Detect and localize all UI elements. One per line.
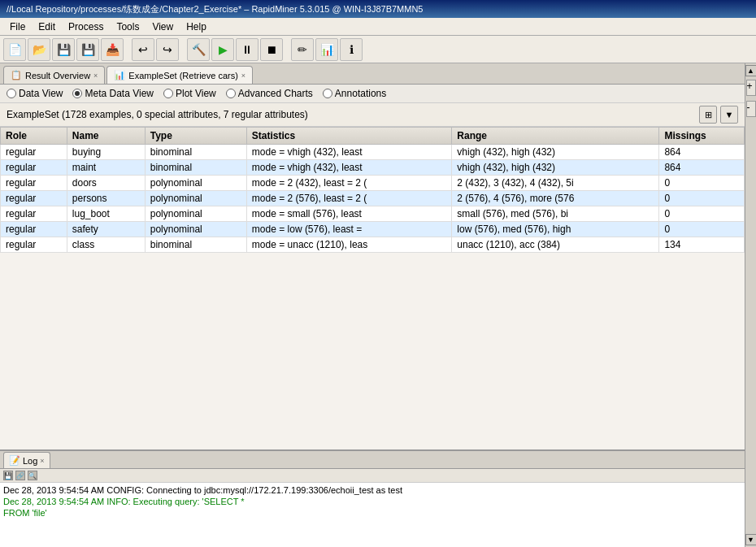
plot-view-radio[interactable] [163, 89, 173, 98]
log-entry: Dec 28, 2013 9:54:54 AM CONFIG: Connecti… [3, 484, 741, 496]
save-btn[interactable]: 💾 [52, 38, 75, 61]
cell-range: small (576), med (576), bi [452, 206, 659, 222]
tab-icon: 📊 [114, 70, 125, 80]
data-view-radio[interactable] [7, 89, 16, 98]
advanced-charts-radio[interactable] [226, 89, 236, 98]
cell-name: buying [67, 145, 145, 160]
cell-role: regular [1, 145, 67, 160]
info-btn[interactable]: ℹ [340, 38, 363, 61]
table-row[interactable]: regulardoorspolynominalmode = 2 (432), l… [1, 176, 745, 191]
scroll-up-btn[interactable]: ▲ [745, 65, 757, 76]
cell-missings: 864 [659, 145, 745, 160]
undo-btn[interactable]: ↩ [132, 38, 154, 61]
view-option-advanced-charts[interactable]: Advanced Charts [226, 88, 313, 99]
view-bar: Data ViewMeta Data ViewPlot ViewAdvanced… [0, 85, 745, 103]
col-role: Role [1, 128, 67, 145]
annotations-label: Annotations [335, 88, 386, 99]
expand-btn[interactable]: + [746, 80, 756, 96]
cell-missings: 0 [659, 191, 745, 206]
info-bar: ExampleSet (1728 examples, 0 special att… [0, 103, 745, 127]
table-row[interactable]: regularmaintbinominalmode = vhigh (432),… [1, 160, 745, 176]
work-area: 📋 Result Overview × 📊 ExampleSet (Retrie… [0, 63, 756, 547]
scroll-down-btn[interactable]: ▼ [745, 534, 757, 545]
menu-item-help[interactable]: Help [180, 20, 213, 34]
stop-btn[interactable]: ⏹ [260, 38, 283, 61]
view-option-meta-data-view[interactable]: Meta Data View [72, 88, 154, 99]
cell-statistics: mode = vhigh (432), least [246, 160, 451, 176]
title-bar: //Local Repository/processes/练数成金/Chapte… [0, 0, 756, 18]
log-entry: FROM 'file' [3, 507, 741, 519]
open-btn[interactable]: 📂 [28, 38, 50, 61]
main-panel: 📋 Result Overview × 📊 ExampleSet (Retrie… [0, 63, 745, 547]
run-btn[interactable]: ▶ [211, 38, 234, 61]
table-row[interactable]: regularpersonspolynominalmode = 2 (576),… [1, 191, 745, 206]
log-tab[interactable]: 📝 Log × [3, 452, 50, 468]
cell-range: vhigh (432), high (432) [452, 160, 659, 176]
cell-name: persons [67, 191, 145, 206]
log-panel: 📝 Log × 💾 🔗 🔍 Dec 28, 2013 9:54:54 AM CO… [0, 449, 745, 547]
log-search-btn[interactable]: 🔍 [28, 471, 37, 480]
log-link-btn[interactable]: 🔗 [15, 471, 25, 480]
meta-data-view-radio[interactable] [72, 89, 82, 98]
tab-result-overview[interactable]: 📋 Result Overview × [3, 66, 105, 84]
cell-name: safety [67, 222, 145, 237]
view-option-data-view[interactable]: Data View [7, 88, 63, 99]
build-btn[interactable]: 🔨 [187, 38, 210, 61]
pause-btn[interactable]: ⏸ [236, 38, 259, 61]
col-type: Type [145, 128, 246, 145]
table-body: regularbuyingbinominalmode = vhigh (432)… [1, 145, 745, 253]
table-row[interactable]: regularbuyingbinominalmode = vhigh (432)… [1, 145, 745, 160]
menu-item-file[interactable]: File [3, 20, 32, 34]
cell-name: maint [67, 160, 145, 176]
view-option-annotations[interactable]: Annotations [323, 88, 386, 99]
advanced-charts-label: Advanced Charts [238, 88, 313, 99]
log-tab-close[interactable]: × [40, 457, 44, 465]
table-header: Role Name Type Statistics Range Missings [1, 128, 745, 145]
menu-item-edit[interactable]: Edit [32, 20, 62, 34]
cell-statistics: mode = low (576), least = [246, 222, 451, 237]
log-save-btn[interactable]: 💾 [3, 471, 13, 480]
view-option-plot-view[interactable]: Plot View [163, 88, 216, 99]
col-missings: Missings [659, 128, 745, 145]
cell-type: polynominal [145, 206, 246, 222]
edit-btn[interactable]: ✏ [291, 38, 314, 61]
dataset-info: ExampleSet (1728 examples, 0 special att… [7, 109, 308, 120]
cell-statistics: mode = 2 (576), least = 2 ( [246, 191, 451, 206]
cell-role: regular [1, 176, 67, 191]
collapse-btn[interactable]: - [746, 101, 756, 117]
cell-range: 2 (576), 4 (576), more (576 [452, 191, 659, 206]
table-row[interactable]: regularsafetypolynominalmode = low (576)… [1, 222, 745, 237]
meta-data-view-label: Meta Data View [85, 88, 154, 99]
col-range: Range [452, 128, 659, 145]
tab-label: ExampleSet (Retrieve cars) [128, 71, 238, 80]
tab-close[interactable]: × [93, 72, 98, 80]
import-btn[interactable]: 📥 [101, 38, 124, 61]
menu-item-view[interactable]: View [146, 20, 180, 34]
redo-btn[interactable]: ↪ [156, 38, 179, 61]
menu-item-tools[interactable]: Tools [110, 20, 146, 34]
annotations-radio[interactable] [323, 89, 332, 98]
infobar-right: ⊞ ▼ [699, 106, 738, 124]
chart-btn[interactable]: 📊 [315, 38, 338, 61]
settings-btn[interactable]: ▼ [720, 106, 738, 124]
cell-type: polynominal [145, 191, 246, 206]
table-row[interactable]: regularlug_bootpolynominalmode = small (… [1, 206, 745, 222]
cell-type: polynominal [145, 222, 246, 237]
save-as-btn[interactable]: 💾 [76, 38, 99, 61]
cell-statistics: mode = 2 (432), least = 2 ( [246, 176, 451, 191]
cell-name: lug_boot [67, 206, 145, 222]
tab-icon: 📋 [11, 70, 22, 80]
new-btn[interactable]: 📄 [3, 38, 26, 61]
cell-type: polynominal [145, 176, 246, 191]
cell-role: regular [1, 160, 67, 176]
cell-range: vhigh (432), high (432) [452, 145, 659, 160]
cell-role: regular [1, 222, 67, 237]
log-tab-bar: 📝 Log × [0, 451, 745, 469]
cell-role: regular [1, 206, 67, 222]
tab-close[interactable]: × [241, 72, 245, 80]
table-row[interactable]: regularclassbinominalmode = unacc (1210)… [1, 237, 745, 253]
menu-item-process[interactable]: Process [62, 20, 110, 34]
grid-view-btn[interactable]: ⊞ [699, 106, 717, 124]
cell-missings: 134 [659, 237, 745, 253]
tab-exampleset[interactable]: 📊 ExampleSet (Retrieve cars) × [106, 66, 253, 84]
